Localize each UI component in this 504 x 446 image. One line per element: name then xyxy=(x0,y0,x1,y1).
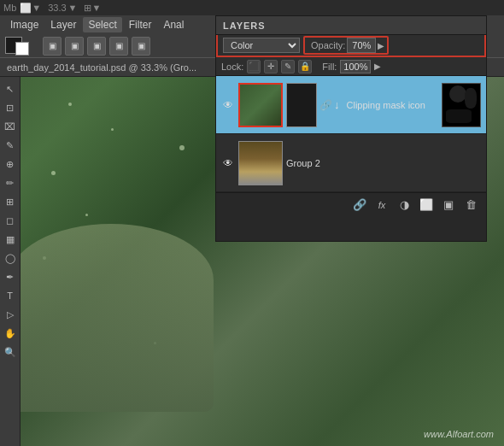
sparkle xyxy=(85,214,88,216)
menu-select[interactable]: Select xyxy=(83,17,121,32)
layers-panel: LAYERS Color Normal Multiply Screen Over… xyxy=(215,15,487,242)
tool-crop[interactable]: ⌧ xyxy=(2,118,19,135)
ps-top-bar: Mb ⬜▼ 33.3 ▼ ⊞▼ xyxy=(0,0,504,15)
statue-silhouette xyxy=(9,224,214,412)
sparkle xyxy=(51,171,56,175)
lock-label: Lock: xyxy=(221,62,243,72)
opacity-highlight: Opacity: ▶ xyxy=(303,36,389,55)
layers-panel-title: LAYERS xyxy=(216,16,486,35)
lock-all-btn[interactable]: 🔒 xyxy=(298,60,312,73)
chain-icon-1[interactable]: 🔗 xyxy=(320,83,331,127)
eye-icon-2[interactable]: 👁 xyxy=(221,156,235,170)
left-toolbar: ↖ ⊡ ⌧ ✎ ⊕ ✏ ⊞ ◻ ▦ ◯ ✒ T ▷ ✋ 🔍 xyxy=(0,77,21,446)
layers-lock-row: Lock: ⬛ ✛ ✎ 🔒 Fill: ▶ xyxy=(216,57,486,76)
background-color[interactable] xyxy=(15,42,29,56)
tool-brush[interactable]: ✏ xyxy=(2,174,19,191)
lock-move-btn[interactable]: ✛ xyxy=(264,60,278,73)
tool-text[interactable]: T xyxy=(2,287,19,304)
new-group-icon[interactable]: ⬜ xyxy=(418,197,435,214)
layer-row-1[interactable]: 👁 🔗 ↓ Clipping mask icon xyxy=(216,76,486,134)
doc-tab-label: earth_day_2014_tutorial.psd @ 33.3% (Gro… xyxy=(7,62,196,73)
lock-pixels-btn[interactable]: ⬛ xyxy=(247,60,261,73)
sparkle xyxy=(179,145,185,150)
blend-mode-select[interactable]: Color Normal Multiply Screen Overlay xyxy=(223,38,300,53)
toolbar-icon-3[interactable]: ▣ xyxy=(87,37,106,56)
lock-image-btn[interactable]: ✎ xyxy=(281,60,295,73)
tool-eyedropper[interactable]: ✎ xyxy=(2,137,19,154)
color-squares xyxy=(5,34,36,58)
menu-filter[interactable]: Filter xyxy=(124,17,157,32)
tool-lasso[interactable]: ⊡ xyxy=(2,99,19,116)
toolbar-icon-1[interactable]: ▣ xyxy=(43,37,62,56)
fx-icon[interactable]: fx xyxy=(373,197,390,214)
mb-icon: Mb xyxy=(3,3,16,13)
layer-mask-1 xyxy=(286,83,317,127)
layer-thumb-1 xyxy=(238,83,283,127)
tool-shape[interactable]: ▷ xyxy=(2,306,19,323)
menu-anal[interactable]: Anal xyxy=(158,17,189,32)
layer-name-1: Clipping mask icon xyxy=(347,100,439,110)
sparkle xyxy=(68,103,72,106)
circle-icon[interactable]: ◑ xyxy=(396,197,413,214)
layer-thumb-img-1 xyxy=(240,85,281,126)
sparkle xyxy=(111,128,114,131)
clipping-arrow-1: ↓ xyxy=(334,98,340,111)
menu-image[interactable]: Image xyxy=(5,17,44,32)
layers-bottom: 🔗 fx ◑ ⬜ ▣ 🗑 xyxy=(216,192,486,216)
watermark: www.Alfoart.com xyxy=(424,429,494,439)
fill-arrow[interactable]: ▶ xyxy=(374,62,381,71)
toolbar-icon-2[interactable]: ▣ xyxy=(65,37,84,56)
tool-heal[interactable]: ⊕ xyxy=(2,156,19,173)
layer-mask-img-1 xyxy=(287,84,316,126)
tool-gradient[interactable]: ▦ xyxy=(2,231,19,248)
opacity-arrow[interactable]: ▶ xyxy=(378,41,384,50)
toolbar-icon-4[interactable]: ▣ xyxy=(109,37,128,56)
opacity-input[interactable] xyxy=(347,38,376,53)
layer-thumb-img-2 xyxy=(239,142,282,185)
view-icon: ⊞▼ xyxy=(84,3,101,14)
layer-row-2[interactable]: 👁 Group 2 xyxy=(216,134,486,192)
tool-blur[interactable]: ◯ xyxy=(2,249,19,267)
tool-zoom[interactable]: 🔍 xyxy=(2,343,19,361)
layers-controls: Color Normal Multiply Screen Overlay Opa… xyxy=(216,35,486,57)
layer-thumb-2 xyxy=(238,141,283,185)
layer-silhouette-1 xyxy=(442,83,481,127)
layer-name-2: Group 2 xyxy=(286,158,481,168)
layers-title-text: LAYERS xyxy=(223,21,266,31)
tool-eraser[interactable]: ◻ xyxy=(2,212,19,229)
tool-hand[interactable]: ✋ xyxy=(2,325,19,342)
tool-stamp[interactable]: ⊞ xyxy=(2,193,19,210)
new-layer-icon[interactable]: ▣ xyxy=(440,197,457,214)
link-icon[interactable]: 🔗 xyxy=(351,197,368,214)
zoom-pct: ▼ xyxy=(68,3,78,13)
tool-select[interactable]: ↖ xyxy=(2,80,19,97)
toolbar-icon-5[interactable]: ▣ xyxy=(132,37,150,56)
zoom-value: 33.3 xyxy=(48,3,66,13)
tool-pen[interactable]: ✒ xyxy=(2,268,19,285)
eye-icon-1[interactable]: 👁 xyxy=(221,98,235,112)
ps-icon: ⬜▼ xyxy=(20,3,41,14)
trash-icon[interactable]: 🗑 xyxy=(462,197,479,214)
opacity-label: Opacity: xyxy=(311,40,345,50)
watermark-text: www.Alfoart.com xyxy=(424,429,494,439)
fill-input[interactable] xyxy=(340,60,371,73)
menu-layer[interactable]: Layer xyxy=(45,17,81,32)
fill-label: Fill: xyxy=(322,62,337,72)
